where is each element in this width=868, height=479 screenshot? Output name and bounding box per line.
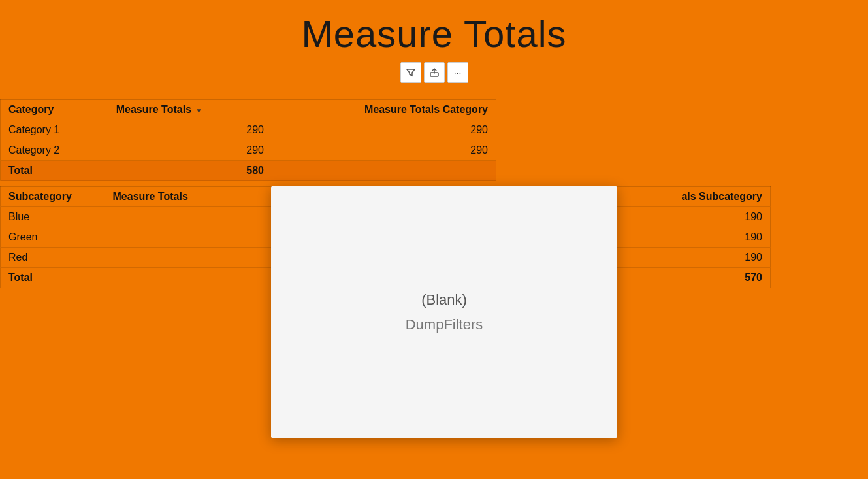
col-header-measure-totals-category: Measure Totals Category xyxy=(272,100,496,120)
cell-subcategory: Red xyxy=(1,248,105,268)
page-title: Measure Totals xyxy=(0,0,868,62)
col-header-als-subcategory: als Subcategory xyxy=(667,187,771,207)
sort-icon: ▼ xyxy=(195,107,202,114)
filter-button[interactable] xyxy=(400,62,421,83)
cell-measure-totals-sub xyxy=(105,207,275,227)
more-button[interactable]: ··· xyxy=(447,62,468,83)
col-header-subcategory: Subcategory xyxy=(1,187,105,207)
popup-panel: (Blank) DumpFilters xyxy=(271,186,617,438)
table-row: Category 1 290 290 xyxy=(1,120,496,140)
cell-total-label: Total xyxy=(1,161,108,181)
cell-measure-totals-category: 290 xyxy=(272,120,496,140)
cell-measure-totals-sub xyxy=(105,227,275,248)
popup-blank-text: (Blank) xyxy=(421,291,467,308)
cell-total-label: Total xyxy=(1,268,105,288)
cell-measure-totals: 290 xyxy=(108,120,272,140)
col-header-measure-totals[interactable]: Measure Totals ▼ xyxy=(108,100,272,120)
cell-measure-totals: 290 xyxy=(108,140,272,161)
cell-measure-totals-category: 290 xyxy=(272,140,496,161)
popup-dump-filters-text: DumpFilters xyxy=(406,316,483,333)
cell-als-subcategory: 190 xyxy=(667,207,771,227)
cell-category: Category 2 xyxy=(1,140,108,161)
cell-measure-totals-sub xyxy=(105,248,275,268)
cell-als-subcategory: 190 xyxy=(667,248,771,268)
table-row: Category 2 290 290 xyxy=(1,140,496,161)
cell-total-empty xyxy=(105,268,275,288)
cell-total-measure: 580 xyxy=(108,161,272,181)
top-table: Category Measure Totals ▼ Measure Totals… xyxy=(0,99,496,181)
col-header-measure-totals-bottom: Measure Totals xyxy=(105,187,275,207)
col-header-category: Category xyxy=(1,100,108,120)
cell-als-subcategory: 190 xyxy=(667,227,771,248)
cell-subcategory: Green xyxy=(1,227,105,248)
cell-total-als: 570 xyxy=(667,268,771,288)
cell-subcategory: Blue xyxy=(1,207,105,227)
toolbar: ··· xyxy=(0,62,868,83)
cell-category: Category 1 xyxy=(1,120,108,140)
cell-total-category xyxy=(272,161,496,181)
total-row: Total 580 xyxy=(1,161,496,181)
export-button[interactable] xyxy=(424,62,445,83)
